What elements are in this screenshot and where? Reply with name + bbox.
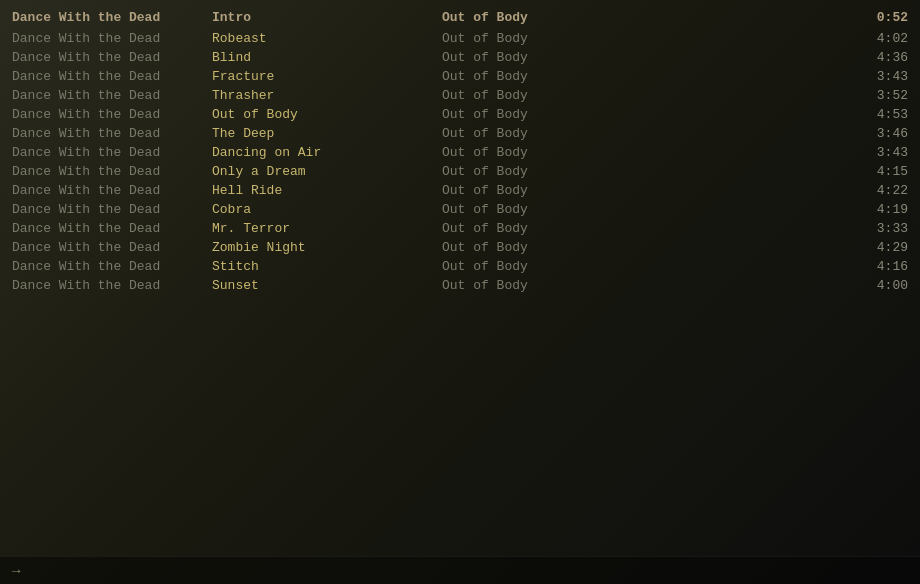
table-row[interactable]: Dance With the DeadFractureOut of Body3:… [0, 67, 920, 86]
track-duration: 4:36 [848, 50, 908, 65]
track-title: Mr. Terror [212, 221, 442, 236]
table-row[interactable]: Dance With the DeadOnly a DreamOut of Bo… [0, 162, 920, 181]
track-list-header: Dance With the Dead Intro Out of Body 0:… [0, 8, 920, 27]
track-album: Out of Body [442, 259, 848, 274]
track-duration: 4:15 [848, 164, 908, 179]
track-duration: 3:43 [848, 69, 908, 84]
table-row[interactable]: Dance With the DeadThrasherOut of Body3:… [0, 86, 920, 105]
track-artist: Dance With the Dead [12, 145, 212, 160]
header-title: Intro [212, 10, 442, 25]
track-album: Out of Body [442, 221, 848, 236]
track-duration: 4:53 [848, 107, 908, 122]
track-duration: 4:16 [848, 259, 908, 274]
table-row[interactable]: Dance With the DeadDancing on AirOut of … [0, 143, 920, 162]
table-row[interactable]: Dance With the DeadBlindOut of Body4:36 [0, 48, 920, 67]
track-album: Out of Body [442, 183, 848, 198]
track-artist: Dance With the Dead [12, 278, 212, 293]
header-artist: Dance With the Dead [12, 10, 212, 25]
track-title: Dancing on Air [212, 145, 442, 160]
track-artist: Dance With the Dead [12, 50, 212, 65]
header-album: Out of Body [442, 10, 848, 25]
track-title: The Deep [212, 126, 442, 141]
track-album: Out of Body [442, 88, 848, 103]
track-title: Thrasher [212, 88, 442, 103]
track-artist: Dance With the Dead [12, 240, 212, 255]
track-title: Only a Dream [212, 164, 442, 179]
track-title: Sunset [212, 278, 442, 293]
track-title: Fracture [212, 69, 442, 84]
table-row[interactable]: Dance With the DeadThe DeepOut of Body3:… [0, 124, 920, 143]
track-album: Out of Body [442, 50, 848, 65]
track-album: Out of Body [442, 202, 848, 217]
track-title: Zombie Night [212, 240, 442, 255]
track-artist: Dance With the Dead [12, 183, 212, 198]
table-row[interactable]: Dance With the DeadSunsetOut of Body4:00 [0, 276, 920, 295]
track-list: Dance With the Dead Intro Out of Body 0:… [0, 0, 920, 303]
track-title: Stitch [212, 259, 442, 274]
table-row[interactable]: Dance With the DeadZombie NightOut of Bo… [0, 238, 920, 257]
track-title: Blind [212, 50, 442, 65]
track-album: Out of Body [442, 31, 848, 46]
track-album: Out of Body [442, 126, 848, 141]
track-duration: 3:52 [848, 88, 908, 103]
track-title: Out of Body [212, 107, 442, 122]
table-row[interactable]: Dance With the DeadCobraOut of Body4:19 [0, 200, 920, 219]
track-duration: 3:46 [848, 126, 908, 141]
table-row[interactable]: Dance With the DeadStitchOut of Body4:16 [0, 257, 920, 276]
track-album: Out of Body [442, 278, 848, 293]
table-row[interactable]: Dance With the DeadMr. TerrorOut of Body… [0, 219, 920, 238]
track-album: Out of Body [442, 145, 848, 160]
header-duration: 0:52 [848, 10, 908, 25]
track-title: Robeast [212, 31, 442, 46]
track-duration: 4:29 [848, 240, 908, 255]
track-artist: Dance With the Dead [12, 202, 212, 217]
track-artist: Dance With the Dead [12, 69, 212, 84]
track-album: Out of Body [442, 69, 848, 84]
table-row[interactable]: Dance With the DeadOut of BodyOut of Bod… [0, 105, 920, 124]
track-artist: Dance With the Dead [12, 221, 212, 236]
track-duration: 4:02 [848, 31, 908, 46]
track-title: Cobra [212, 202, 442, 217]
table-row[interactable]: Dance With the DeadHell RideOut of Body4… [0, 181, 920, 200]
track-duration: 3:33 [848, 221, 908, 236]
track-album: Out of Body [442, 164, 848, 179]
track-album: Out of Body [442, 107, 848, 122]
track-album: Out of Body [442, 240, 848, 255]
track-duration: 4:00 [848, 278, 908, 293]
track-artist: Dance With the Dead [12, 126, 212, 141]
track-artist: Dance With the Dead [12, 31, 212, 46]
track-artist: Dance With the Dead [12, 88, 212, 103]
track-duration: 3:43 [848, 145, 908, 160]
track-artist: Dance With the Dead [12, 164, 212, 179]
track-duration: 4:19 [848, 202, 908, 217]
table-row[interactable]: Dance With the DeadRobeastOut of Body4:0… [0, 29, 920, 48]
bottom-bar: → [0, 556, 920, 584]
arrow-icon: → [12, 563, 20, 579]
track-duration: 4:22 [848, 183, 908, 198]
track-artist: Dance With the Dead [12, 107, 212, 122]
track-artist: Dance With the Dead [12, 259, 212, 274]
track-title: Hell Ride [212, 183, 442, 198]
